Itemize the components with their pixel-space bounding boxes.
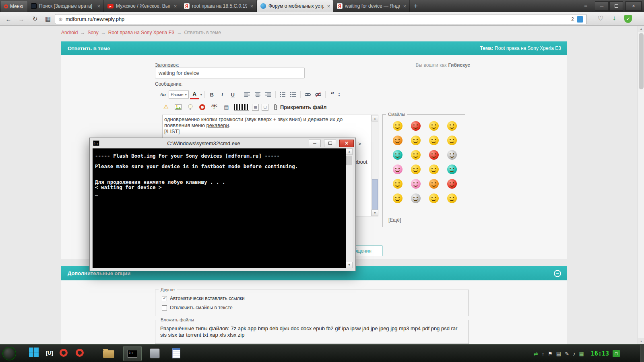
- tab-close-icon[interactable]: ×: [402, 3, 407, 9]
- tab-root-rights[interactable]: Я root права на 18.5.C.0.19 ×: [180, 0, 257, 12]
- tab-close-icon[interactable]: ×: [326, 3, 331, 9]
- table-insert-icon[interactable]: ▦: [252, 104, 259, 111]
- new-tab-button[interactable]: +: [410, 0, 422, 12]
- download-icon[interactable]: ↓: [609, 14, 619, 22]
- update-arrow-icon[interactable]: ↑: [542, 351, 545, 357]
- keyboard-layout-icon[interactable]: ▦: [579, 351, 584, 357]
- smiley-tongue-icon[interactable]: [393, 165, 402, 174]
- expand-toolbar-control[interactable]: ▴▾: [339, 92, 340, 97]
- scroll-up-icon[interactable]: ▲: [638, 26, 644, 32]
- cmd-minimize-button[interactable]: ─: [309, 140, 321, 147]
- start-menu-button[interactable]: [29, 348, 39, 357]
- smiley-alien-icon[interactable]: [411, 193, 421, 203]
- smiley-shy-icon[interactable]: [429, 193, 439, 203]
- align-right-icon[interactable]: [264, 90, 273, 99]
- smiley-crazy-icon[interactable]: [447, 136, 457, 145]
- forward-button[interactable]: →: [16, 14, 27, 24]
- cmd-close-button[interactable]: ×: [339, 140, 354, 147]
- page-scrollbar[interactable]: ▲ ▼: [638, 26, 644, 344]
- smiley-laugh-icon[interactable]: [411, 150, 421, 160]
- minimize-button[interactable]: ─: [595, 1, 609, 11]
- username-link[interactable]: Гибискус: [448, 62, 470, 68]
- breadcrumb-link-topic[interactable]: Root права на Sony Xperia E3: [108, 30, 175, 35]
- back-button[interactable]: ←: [3, 14, 14, 24]
- start-orb-button[interactable]: [2, 347, 16, 360]
- chevron-down-icon[interactable]: ▾: [200, 93, 202, 97]
- collapse-icon[interactable]: −: [554, 270, 561, 277]
- console-scrollbar[interactable]: ▲ ▼: [346, 148, 353, 268]
- scroll-down-icon[interactable]: ▼: [346, 262, 353, 268]
- tab-close-icon[interactable]: ×: [173, 3, 178, 9]
- smiley-wink-icon[interactable]: [429, 121, 439, 131]
- tab-youtube[interactable]: ▶ Мужское / Женское. Вып ×: [104, 0, 180, 12]
- italic-button[interactable]: I: [218, 90, 227, 99]
- cmd-maximize-button[interactable]: [324, 140, 336, 147]
- show-desktop-strip[interactable]: [640, 345, 644, 362]
- auto-links-checkbox[interactable]: ✓: [162, 296, 167, 301]
- qr-code-icon[interactable]: [234, 104, 249, 111]
- smiley-cool-icon[interactable]: [447, 165, 457, 174]
- smiley-happy-icon[interactable]: [411, 165, 421, 174]
- recovery-link[interactable]: рекавери: [206, 122, 229, 128]
- disable-smileys-checkbox[interactable]: [162, 305, 167, 311]
- smiley-duck-icon[interactable]: [393, 193, 402, 203]
- insert-image-icon[interactable]: [173, 103, 183, 112]
- browser-menu-button[interactable]: Меню: [1, 1, 27, 12]
- smiley-rolleyes-icon[interactable]: [429, 165, 439, 174]
- folder-taskbar-icon[interactable]: [103, 348, 114, 358]
- lightbulb-icon[interactable]: [186, 103, 195, 112]
- network-activity-icon[interactable]: ⇄: [534, 351, 538, 357]
- remove-link-icon[interactable]: [314, 90, 323, 99]
- volume-icon[interactable]: ♪: [573, 351, 576, 357]
- cmd-title-bar[interactable]: C:\ C:\Windows\system32\cmd.exe ─ ×: [90, 138, 355, 148]
- smiley-evil-icon[interactable]: [429, 179, 439, 189]
- spellcheck-icon[interactable]: ABC✓: [210, 103, 219, 112]
- url-bar[interactable]: ⊕ 2: [55, 14, 587, 24]
- smiley-heart-icon[interactable]: [393, 179, 402, 189]
- scrollbar-thumb[interactable]: [639, 33, 644, 89]
- tab-forum-active[interactable]: Форум о мобильных устр ×: [257, 0, 333, 12]
- more-smileys-link[interactable]: [Ещё]: [388, 217, 401, 223]
- underline-button[interactable]: U: [228, 90, 237, 99]
- smiley-ball-icon[interactable]: [393, 150, 402, 160]
- breadcrumb-link-sony[interactable]: Sony: [87, 30, 98, 35]
- font-family-button[interactable]: Aa: [158, 90, 167, 99]
- opera-taskbar-icon[interactable]: [60, 349, 68, 357]
- smiley-boss-icon[interactable]: [447, 193, 457, 203]
- bookmark-heart-icon[interactable]: ♡: [596, 14, 605, 22]
- pen-icon[interactable]: ✎: [565, 351, 569, 357]
- language-indicator-icon[interactable]: ▢: [613, 350, 620, 357]
- align-left-icon[interactable]: [243, 90, 252, 99]
- reload-button[interactable]: ↻: [30, 14, 40, 24]
- breadcrumb-link-android[interactable]: Android: [61, 30, 78, 35]
- maximize-button[interactable]: [609, 1, 623, 11]
- align-center-icon[interactable]: [253, 90, 262, 99]
- smiley-dance-icon[interactable]: [447, 179, 457, 189]
- quote-button[interactable]: “: [328, 90, 337, 99]
- ordered-list-icon[interactable]: [278, 90, 287, 99]
- smiley-fight-icon[interactable]: [429, 150, 439, 160]
- scroll-up-icon[interactable]: ▲: [346, 148, 353, 155]
- smiley-inlove-icon[interactable]: [411, 179, 421, 189]
- smiley-hugs-icon[interactable]: [429, 136, 439, 145]
- attach-file-button[interactable]: Прикрепить файл: [274, 103, 327, 111]
- scroll-up-icon[interactable]: ▲: [372, 115, 378, 121]
- tab-search-stargate[interactable]: Поиск [Звездные врата] ×: [27, 0, 104, 12]
- utorrent-taskbar-icon[interactable]: [U]: [46, 350, 53, 356]
- url-input[interactable]: [66, 16, 568, 22]
- title-input[interactable]: [155, 68, 305, 78]
- scrollbar-thumb[interactable]: [346, 156, 352, 165]
- cmd-console[interactable]: ----- Flash Boot.img For your Sony devic…: [93, 148, 353, 268]
- extension-icon[interactable]: [577, 16, 583, 23]
- display-icon[interactable]: ▤: [556, 351, 561, 357]
- bold-button[interactable]: B: [207, 90, 217, 99]
- tab-waiting-for-device[interactable]: Я waiting for device — Янде ×: [333, 0, 410, 12]
- insert-link-icon[interactable]: [303, 90, 312, 99]
- smiley-gallows-icon[interactable]: [447, 150, 457, 160]
- tab-list-icon[interactable]: ≡: [580, 0, 591, 12]
- taskbar-clock[interactable]: 16:13: [591, 350, 609, 357]
- app-taskbar-icon[interactable]: [150, 348, 160, 358]
- scroll-down-icon[interactable]: ▼: [638, 338, 644, 344]
- scrollbar-thumb[interactable]: [372, 179, 378, 210]
- tab-close-icon[interactable]: ×: [249, 3, 254, 9]
